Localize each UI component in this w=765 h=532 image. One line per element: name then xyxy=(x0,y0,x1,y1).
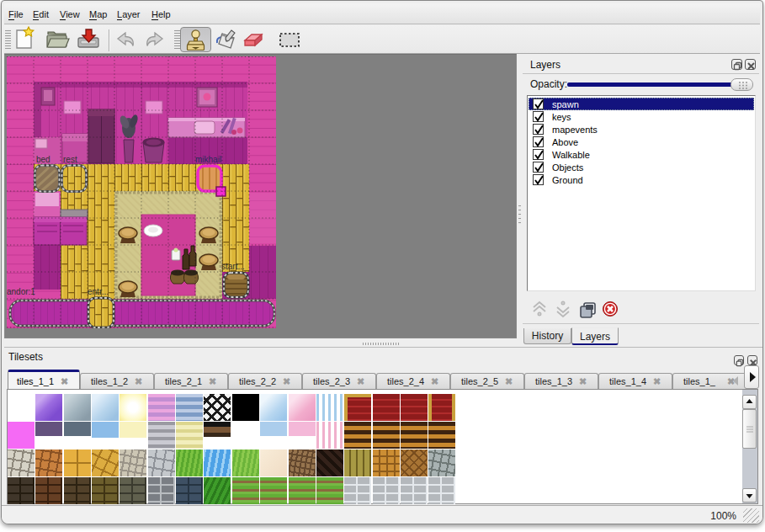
svg-text:rest: rest xyxy=(63,155,77,164)
svg-text:andor:1: andor:1 xyxy=(7,287,35,296)
svg-text:start...: start... xyxy=(221,262,245,271)
svg-text:mikhail: mikhail xyxy=(195,155,221,164)
svg-text:entr...: entr... xyxy=(88,287,109,296)
svg-text:bed: bed xyxy=(36,155,50,164)
